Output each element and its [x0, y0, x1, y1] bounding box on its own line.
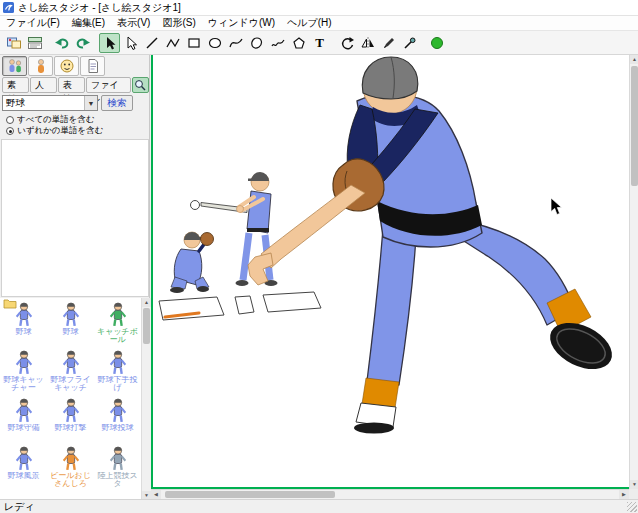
- horizontal-scroll-thumb[interactable]: [165, 491, 335, 498]
- category-buttons: [2, 56, 105, 76]
- clipart-item[interactable]: 野球投球: [94, 394, 141, 442]
- clipart-item[interactable]: 野球フライキャッチ: [47, 346, 94, 394]
- clipart-thumbnail: [60, 300, 82, 328]
- folder-icon: [3, 298, 17, 309]
- clipart-scrollbar[interactable]: ▲ ▼: [141, 298, 150, 500]
- clipart-thumbnail: [107, 444, 129, 472]
- radio-circle-any[interactable]: [6, 127, 14, 135]
- window-title: さし絵スタジオ - [さし絵スタジオ1]: [18, 3, 181, 13]
- line-tool[interactable]: [141, 33, 162, 53]
- curve-tool[interactable]: [225, 33, 246, 53]
- page-frame-left: [151, 55, 153, 489]
- menu-window[interactable]: ウィンドウ(W): [202, 16, 281, 30]
- radio-any-words[interactable]: いずれかの単語を含む: [6, 125, 103, 137]
- search-button[interactable]: 検索: [101, 95, 133, 111]
- clipart-item[interactable]: キャッチボール: [94, 298, 141, 346]
- clipart-thumbnail: [107, 396, 129, 424]
- clipart-item[interactable]: 野球: [47, 298, 94, 346]
- tab-material[interactable]: 素材: [2, 77, 29, 93]
- clipart-item[interactable]: 野球打撃: [47, 394, 94, 442]
- clipart-label: 野球打撃: [48, 424, 94, 441]
- scroll-up-icon[interactable]: ▲: [630, 55, 638, 64]
- clipart-thumbnail: [60, 348, 82, 376]
- catcher-figure[interactable]: [170, 232, 214, 293]
- scroll-right-icon[interactable]: ▶: [619, 490, 629, 499]
- clipart-label: 野球守備: [1, 424, 47, 441]
- menu-view[interactable]: 表示(V): [111, 16, 156, 30]
- clipart-item[interactable]: ビールおじさんしろ: [47, 442, 94, 490]
- rect-tool[interactable]: [183, 33, 204, 53]
- title-bar: さし絵スタジオ - [さし絵スタジオ1]: [0, 0, 638, 16]
- person-icon-button[interactable]: [28, 56, 53, 76]
- menu-edit[interactable]: 編集(E): [66, 16, 111, 30]
- clipart-label: 野球: [48, 328, 94, 345]
- flip-tool[interactable]: [357, 33, 378, 53]
- material-panel-icon[interactable]: [3, 33, 24, 53]
- polygon-tool[interactable]: [288, 33, 309, 53]
- polyline-tool[interactable]: [162, 33, 183, 53]
- clipart-label: 野球下手投げ: [95, 376, 141, 393]
- tab-person[interactable]: 人物: [30, 77, 57, 93]
- search-input[interactable]: 野球 ▼: [2, 95, 98, 111]
- menu-help[interactable]: ヘルプ(H): [281, 16, 338, 30]
- clipart-item[interactable]: 野球キャッチャー: [0, 346, 47, 394]
- clipart-item[interactable]: 野球下手投げ: [94, 346, 141, 394]
- clipart-label: 陸上競技スタ: [95, 472, 141, 489]
- clipart-item[interactable]: 野球: [0, 298, 47, 346]
- search-row: 野球 ▼ 検索: [2, 95, 133, 111]
- menu-bar: ファイル(F) 編集(E) 表示(V) 図形(S) ウィンドウ(W) ヘルプ(H…: [0, 16, 638, 31]
- canvas-vertical-scrollbar[interactable]: ▲ ▼: [629, 55, 638, 489]
- resize-grip[interactable]: [627, 502, 637, 512]
- radio-circle-all[interactable]: [6, 116, 14, 124]
- people-pair-icon-button[interactable]: [2, 56, 27, 76]
- canvas-horizontal-scrollbar[interactable]: ◀ ▶: [151, 489, 629, 499]
- clipart-item[interactable]: 陸上競技スタ: [94, 442, 141, 490]
- menu-shape[interactable]: 図形(S): [156, 16, 201, 30]
- redo-icon[interactable]: [72, 33, 93, 53]
- tab-expression[interactable]: 表情: [58, 77, 85, 93]
- scroll-down-icon[interactable]: ▼: [630, 480, 638, 489]
- clipart-scroll-thumb[interactable]: [143, 308, 150, 344]
- chevron-down-icon[interactable]: ▼: [84, 96, 97, 110]
- clipart-item[interactable]: 野球風景: [0, 442, 47, 490]
- clipart-item[interactable]: 野球守備: [0, 394, 47, 442]
- clipart-thumbnail: [60, 444, 82, 472]
- pen-tool[interactable]: [378, 33, 399, 53]
- status-text: レディ: [0, 500, 35, 513]
- color-indicator[interactable]: [426, 33, 447, 53]
- clipart-label: 野球: [1, 328, 47, 345]
- search-tab-button[interactable]: [132, 77, 149, 93]
- scroll-left-icon[interactable]: ◀: [151, 490, 161, 499]
- undo-icon[interactable]: [51, 33, 72, 53]
- clipart-thumbnail: [107, 300, 129, 328]
- canvas[interactable]: [151, 55, 629, 489]
- batter-figure[interactable]: [191, 172, 278, 286]
- scroll-up-icon[interactable]: ▲: [142, 298, 151, 307]
- closed-curve-tool[interactable]: [246, 33, 267, 53]
- text-tool[interactable]: T: [309, 33, 330, 53]
- panel-tabs: 素材 人物 表情 ファイル: [2, 77, 149, 93]
- rotate-tool[interactable]: [336, 33, 357, 53]
- clipart-label: ビールおじさんしろ: [48, 472, 94, 489]
- home-plate-area[interactable]: [159, 292, 321, 320]
- search-result-list[interactable]: [1, 139, 149, 297]
- library-panel-icon[interactable]: [24, 33, 45, 53]
- vertical-scroll-thumb[interactable]: [631, 66, 638, 186]
- clipart-label: 野球風景: [1, 472, 47, 489]
- tab-file[interactable]: ファイル: [86, 77, 131, 93]
- select-tool[interactable]: [99, 33, 120, 53]
- clipart-label: キャッチボール: [95, 328, 141, 345]
- file-icon-button[interactable]: [80, 56, 105, 76]
- clipart-thumbnail: [13, 396, 35, 424]
- face-icon-button[interactable]: [54, 56, 79, 76]
- left-panel: 素材 人物 表情 ファイル 野球 ▼ 検索 すべての単語を含む いずれかの単語を…: [0, 55, 150, 500]
- clipart-panel: 野球 野球 キャッチボール: [0, 298, 150, 500]
- canvas-illustration[interactable]: [151, 55, 629, 489]
- freehand-tool[interactable]: [267, 33, 288, 53]
- pitcher-figure[interactable]: [248, 57, 619, 434]
- ellipse-tool[interactable]: [204, 33, 225, 53]
- dropper-tool[interactable]: [399, 33, 420, 53]
- clipart-thumbnail: [107, 348, 129, 376]
- menu-file[interactable]: ファイル(F): [0, 16, 66, 30]
- direct-select-tool[interactable]: [120, 33, 141, 53]
